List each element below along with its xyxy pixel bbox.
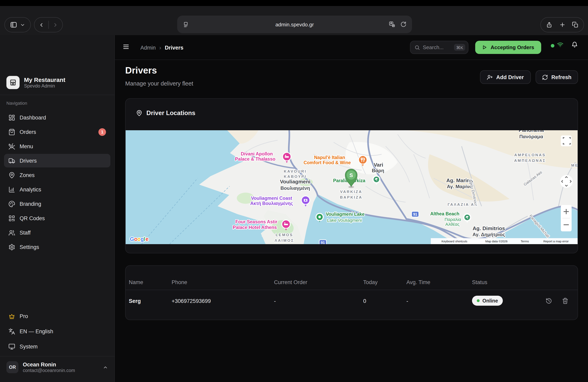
online-status-dot (551, 44, 554, 48)
sidebar-item-label: Menu (20, 143, 33, 149)
accepting-orders-label: Accepting Orders (491, 44, 534, 50)
card-title: Driver Locations (147, 110, 195, 117)
new-tab-icon[interactable] (559, 21, 566, 28)
card-title-row: Driver Locations (136, 99, 195, 128)
sidebar-item-theme[interactable]: System (4, 340, 110, 353)
sidebar-item-drivers[interactable]: Drivers (4, 154, 110, 167)
sidebar-item-qr-codes[interactable]: QR Codes (4, 211, 110, 225)
divider (48, 21, 49, 29)
accepting-orders-button[interactable]: Accepting Orders (475, 41, 541, 54)
chevron-down-icon[interactable] (20, 22, 25, 27)
driver-current-order: - (274, 298, 276, 304)
store-icon (6, 76, 20, 89)
refresh-icon (542, 74, 548, 80)
history-button[interactable] (546, 298, 552, 304)
sidebar-toggle-icon[interactable] (10, 21, 17, 28)
divider (0, 95, 114, 95)
map-label-lake-1: Vouliagmeni Lake (326, 211, 365, 217)
tabs-overview-icon[interactable] (572, 21, 578, 28)
sidebar-item-orders[interactable]: Orders 1 (4, 125, 110, 139)
pan-control[interactable] (560, 175, 573, 188)
hamburger-menu-icon[interactable] (122, 43, 130, 50)
driver-marker-letter: S (349, 172, 353, 178)
driver-phone: +306972593699 (172, 298, 211, 304)
bell-icon[interactable] (571, 41, 578, 48)
sidebar-item-settings[interactable]: Settings (4, 240, 110, 254)
map-label-coast-2: Ακτή Βουλιαγμένης (250, 201, 293, 206)
forward-icon[interactable] (52, 22, 58, 28)
map-canvas[interactable]: Panorama Πανόραμα AMPELONAS ΑΜΠΕΛΩΝΑΣ ΜΕ… (126, 130, 578, 244)
google-map[interactable]: Panorama Πανόραμα AMPELONAS ΑΜΠΕΛΩΝΑΣ ΜΕ… (126, 130, 578, 244)
column-header-phone: Phone (172, 279, 187, 285)
workspace-switcher[interactable]: My Restaurant Spevdo Admin (6, 76, 65, 89)
online-dot (477, 299, 480, 302)
route-91-shield: 91 (319, 240, 326, 244)
refresh-button[interactable]: Refresh (536, 70, 578, 84)
google-logo[interactable]: G o o g l e (130, 236, 148, 242)
column-header-current-order: Current Order (274, 279, 307, 285)
breadcrumb-page: Drivers (165, 45, 183, 51)
back-icon[interactable] (38, 22, 44, 28)
keyboard-shortcuts-link[interactable]: Keyboard shortcuts (441, 240, 467, 243)
map-label-divani-2: Palace & Thalasso (235, 156, 275, 162)
column-header-today: Today (363, 279, 378, 285)
svg-text:91: 91 (321, 241, 325, 244)
sidebar-item-menu[interactable]: Menu (4, 139, 110, 153)
users-icon (8, 229, 15, 236)
language-label: EN — English (20, 328, 53, 334)
map-label-lemos-en: LEMOS (276, 233, 293, 237)
column-header-avg-time: Avg. Time (406, 279, 430, 285)
map-label-ag-dimitrios-el: Αγ. Δημήτριος (473, 232, 505, 237)
browser-sidebar-controls[interactable] (4, 17, 31, 32)
share-icon[interactable] (546, 21, 552, 28)
map-label-vouliagmeni-en: Vouliagmeni (280, 179, 311, 185)
map-label-ampelonas-en: AMPELONAS (514, 153, 546, 157)
user-plus-icon (487, 74, 493, 80)
utensils-icon (8, 143, 15, 150)
sidebar-item-language[interactable]: EN — English (4, 325, 110, 338)
sidebar-item-staff[interactable]: Staff (4, 226, 110, 239)
map-label-varkiza-el: ΒΑΡΚΙΖΑ (340, 195, 362, 199)
breadcrumb-section[interactable]: Admin (140, 45, 156, 51)
sidebar-item-analytics[interactable]: Analytics (4, 183, 110, 196)
map-label-althea-3: Αλθέας (445, 222, 459, 227)
sidebar-item-zones[interactable]: Zones (4, 168, 110, 182)
sidebar-item-pro[interactable]: Pro (4, 309, 110, 323)
map-label-ag-dimitrios-en: Ag. Dimitrios (473, 225, 505, 231)
bar-chart-icon (8, 186, 15, 193)
url-text[interactable]: admin.spevdo.gr (177, 21, 412, 27)
report-map-error-link[interactable]: Report a map error (543, 240, 569, 243)
qr-code-icon (8, 215, 15, 222)
sidebar-item-branding[interactable]: Branding (4, 197, 110, 210)
breadcrumb-chevron: › (159, 44, 161, 51)
user-menu[interactable]: OR Ocean Ronin contact@oceanronin.com (4, 361, 110, 373)
sidebar-item-dashboard[interactable]: Dashboard (4, 111, 110, 124)
terms-link[interactable]: Terms (521, 240, 529, 243)
browser-history-controls (34, 17, 63, 32)
driver-name: Serg (129, 298, 141, 304)
app-header: Admin › Drivers Search... ⌘K Accepting O… (115, 35, 588, 60)
search-input[interactable]: Search... ⌘K (410, 41, 468, 54)
svg-text:e: e (146, 236, 148, 242)
map-label-four-seasons-2: Palace Hotel Athens (233, 225, 277, 230)
map-label-lake-2: Lake Vouliagmeni (327, 218, 362, 223)
map-pin-icon (136, 110, 142, 116)
map-label-ag-marina-el: Αγ. Μαρίνα (447, 184, 472, 189)
svg-text:91: 91 (413, 212, 417, 216)
sidebar-item-label: Branding (20, 201, 41, 207)
zoom-control (561, 205, 572, 231)
delete-driver-button[interactable] (562, 298, 568, 304)
sidebar-item-label: Settings (20, 244, 39, 250)
map-label-kavouri-el: ΚΑΒΟΥΡΙ (284, 174, 307, 179)
address-bar[interactable]: admin.spevdo.gr (177, 16, 412, 33)
user-email: contact@oceanronin.com (23, 368, 75, 373)
languages-icon (8, 328, 15, 335)
restaurant-role: Spevdo Admin (24, 83, 65, 89)
add-driver-button[interactable]: Add Driver (480, 70, 531, 84)
map-label-kavouri-en: KAVOURI (284, 169, 307, 173)
map-label-four-seasons-1: Four Seasons Astir (235, 219, 277, 224)
driver-today-count: 0 (363, 298, 366, 304)
fullscreen-control[interactable] (561, 135, 572, 146)
search-shortcut: ⌘K (454, 44, 465, 51)
map-label-althea-1: Althea Beach (430, 211, 459, 216)
